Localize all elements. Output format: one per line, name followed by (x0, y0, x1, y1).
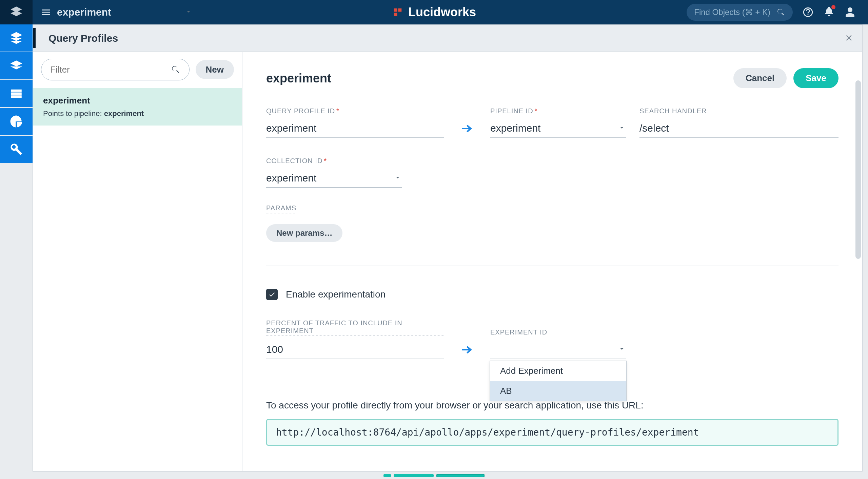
profile-filter[interactable] (41, 59, 190, 80)
cancel-button[interactable]: Cancel (733, 68, 787, 88)
app-logo[interactable] (0, 0, 33, 24)
label-query-profile-id: QUERY PROFILE ID* (266, 107, 444, 115)
rail-tools[interactable] (0, 136, 33, 163)
experiment-id-select[interactable]: Add Experiment AB (490, 340, 626, 359)
enable-experimentation-label: Enable experimentation (286, 289, 386, 300)
help-icon[interactable] (802, 6, 814, 18)
rail-index[interactable] (0, 24, 33, 52)
global-search[interactable]: Find Objects (⌘ + K) (687, 4, 793, 21)
chevron-down-icon (394, 172, 402, 184)
profile-heading: experiment (266, 71, 331, 85)
chevron-down-icon (618, 122, 626, 134)
profile-item-name: experiment (43, 95, 232, 106)
notification-dot (831, 5, 835, 9)
divider (266, 266, 839, 266)
layers-icon (41, 7, 52, 18)
enable-experimentation-checkbox[interactable] (266, 289, 278, 300)
experiment-id-dropdown: Add Experiment AB (490, 361, 627, 401)
new-params-button[interactable]: New params… (266, 224, 342, 242)
chevron-down-icon (184, 6, 193, 18)
label-traffic-pct: PERCENT OF TRAFFIC TO INCLUDE IN EXPERIM… (266, 319, 444, 336)
close-panel-button[interactable]: ✕ (845, 33, 853, 44)
query-profile-id-input[interactable] (266, 119, 444, 138)
chevron-down-icon (618, 344, 626, 355)
label-pipeline-id: PIPELINE ID* (490, 107, 626, 115)
save-button[interactable]: Save (793, 68, 839, 88)
rail-analytics[interactable] (0, 108, 33, 135)
traffic-pct-input[interactable] (266, 340, 444, 359)
profile-list-item[interactable]: experiment Points to pipeline: experimen… (33, 88, 242, 126)
label-search-handler: SEARCH HANDLER (639, 107, 839, 115)
search-placeholder: Find Objects (⌘ + K) (694, 7, 770, 17)
access-url-box[interactable]: http://localhost:8764/api/apollo/apps/ex… (266, 419, 839, 446)
experiment-option-ab[interactable]: AB (490, 381, 626, 401)
new-profile-button[interactable]: New (196, 60, 234, 79)
collection-id-select[interactable]: experiment (266, 169, 402, 188)
brand-label: Lucidworks (392, 5, 476, 19)
workspace-name: experiment (57, 6, 111, 18)
rail-query[interactable] (0, 52, 33, 79)
workspace-selector[interactable]: experiment (33, 6, 193, 18)
notifications-button[interactable] (823, 6, 835, 19)
label-params: PARAMS (266, 204, 296, 213)
label-experiment-id: EXPERIMENT ID (490, 328, 626, 336)
search-icon (171, 65, 180, 74)
label-collection-id: COLLECTION ID* (266, 157, 402, 165)
progress-indicator (0, 472, 868, 479)
panel-title: Query Profiles (48, 33, 118, 44)
arrow-icon (458, 340, 477, 359)
profile-item-meta: Points to pipeline: experiment (43, 109, 232, 118)
search-icon (776, 8, 785, 17)
access-url-hint: To access your profile directly from you… (266, 400, 839, 411)
search-handler-input[interactable] (639, 119, 839, 138)
rail-data[interactable] (0, 80, 33, 107)
pipeline-id-select[interactable]: experiment (490, 119, 626, 138)
experiment-option-add[interactable]: Add Experiment (490, 361, 626, 381)
arrow-icon (458, 119, 477, 138)
profile-filter-input[interactable] (50, 64, 171, 75)
scrollbar[interactable] (855, 80, 861, 468)
account-icon[interactable] (844, 6, 856, 18)
